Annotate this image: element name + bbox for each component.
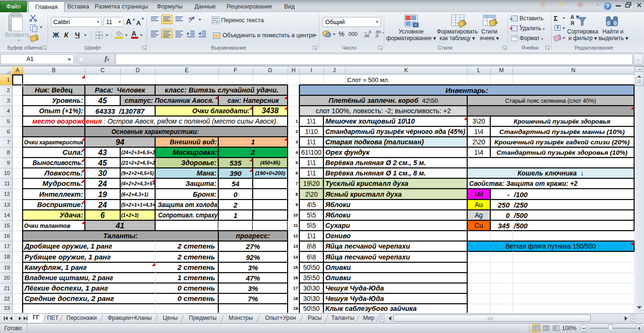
svg-text:ab: ab xyxy=(189,16,193,20)
